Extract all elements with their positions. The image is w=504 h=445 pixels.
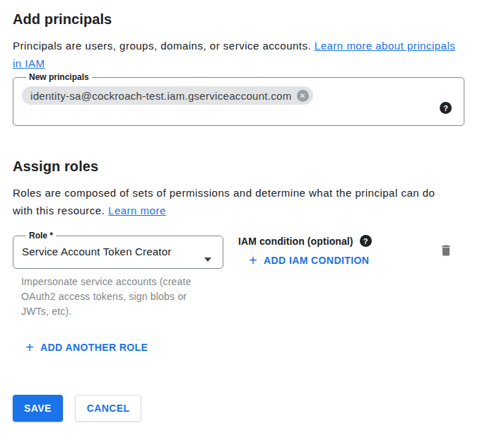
new-principals-field[interactable]: New principals identity-sa@cockroach-tes… [13,72,464,126]
iam-condition-column: IAM condition (optional) ? + ADD IAM CON… [238,231,372,268]
role-column: Role * Service Account Token Creator Imp… [13,231,223,319]
principals-description: Principals are users, groups, domains, o… [13,37,462,72]
delete-role-button[interactable] [439,243,453,258]
chip-remove-icon[interactable]: ✕ [297,90,309,102]
trash-icon [439,243,453,258]
role-helper-text: Impersonate service accounts (create OAu… [13,274,204,319]
cancel-button[interactable]: CANCEL [75,395,142,422]
plus-icon: + [249,254,257,267]
learn-more-roles-link[interactable]: Learn more [108,204,166,216]
save-button[interactable]: SAVE [13,395,63,422]
add-principals-panel: Add principals Principals are users, gro… [0,0,504,422]
iam-condition-help-icon[interactable]: ? [360,235,372,247]
dropdown-arrow-icon [204,258,211,262]
plus-icon: + [25,341,34,354]
iam-condition-label: IAM condition (optional) [238,236,353,247]
add-another-role-button[interactable]: + ADD ANOTHER ROLE [25,340,148,354]
principals-help-icon[interactable]: ? [440,102,452,114]
iam-condition-label-row: IAM condition (optional) ? [238,235,372,247]
role-label: Role * [26,231,56,241]
add-iam-condition-button[interactable]: + ADD IAM CONDITION [249,253,369,267]
add-iam-condition-label: ADD IAM CONDITION [264,253,369,267]
role-select[interactable]: Role * Service Account Token Creator [13,231,223,269]
action-bar: SAVE CANCEL [13,395,491,422]
principal-chip: identity-sa@cockroach-test.iam.gservicea… [22,86,313,105]
role-selected-value: Service Account Token Creator [22,245,214,259]
role-row: Role * Service Account Token Creator Imp… [13,231,491,319]
add-another-role-label: ADD ANOTHER ROLE [40,340,148,354]
roles-description: Roles are composed of sets of permission… [13,184,447,219]
page-title: Add principals [13,11,491,28]
roles-description-text: Roles are composed of sets of permission… [13,187,435,216]
new-principals-label: New principals [26,72,92,82]
assign-roles-title: Assign roles [13,158,491,175]
principal-chip-text: identity-sa@cockroach-test.iam.gservicea… [30,90,292,102]
principals-description-text: Principals are users, groups, domains, o… [13,40,315,52]
